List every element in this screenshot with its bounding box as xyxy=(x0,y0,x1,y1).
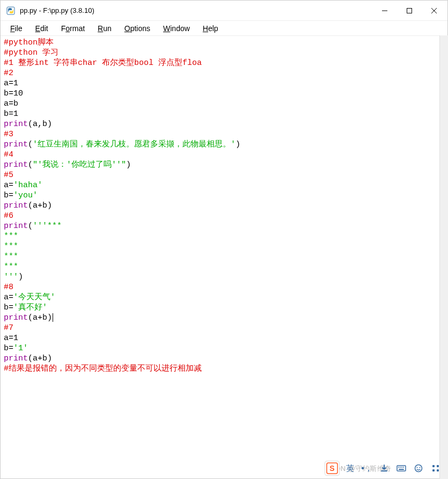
svg-rect-19 xyxy=(437,469,439,471)
string: *** xyxy=(4,232,18,241)
code-text: (a,b) xyxy=(28,120,52,129)
string: '今天天气' xyxy=(13,293,55,302)
svg-rect-18 xyxy=(432,469,435,471)
comment: #5 xyxy=(4,171,13,180)
comment: #3 xyxy=(4,130,13,139)
code-text: a= xyxy=(4,293,13,302)
ime-smiley-icon[interactable] xyxy=(412,461,425,475)
code-text: (a+b) xyxy=(28,354,52,363)
ime-punct-icon[interactable]: •， xyxy=(360,461,374,475)
code-text: (a+b) xyxy=(28,313,52,322)
paren: ) xyxy=(126,160,131,170)
window-controls xyxy=(372,2,446,19)
menu-format[interactable]: Format xyxy=(56,23,90,34)
string: ''' xyxy=(4,272,18,282)
paren: ( xyxy=(28,222,33,231)
ime-download-icon[interactable] xyxy=(377,461,391,475)
code-line: a=1 xyxy=(4,79,18,88)
ime-tools-icon[interactable] xyxy=(429,461,443,475)
string: '真不好' xyxy=(13,303,47,312)
string: '红豆生南国，春来发几枝。愿君多采撷，此物最相思。' xyxy=(33,140,236,149)
builtin: print xyxy=(4,160,28,170)
code-text: (a+b) xyxy=(28,201,52,210)
comment: #结果是报错的，因为不同类型的变量不可以进行相加减 xyxy=(4,364,202,373)
code-text: a= xyxy=(4,181,13,190)
svg-rect-16 xyxy=(432,465,435,467)
code-line: a=b xyxy=(4,99,18,108)
comment: #4 xyxy=(4,150,13,159)
code-line: b=1 xyxy=(4,109,18,119)
string: *** xyxy=(4,252,18,261)
code-text: b= xyxy=(4,191,13,200)
code-text: b= xyxy=(4,303,13,312)
close-button[interactable] xyxy=(422,2,446,19)
text-cursor xyxy=(53,313,53,322)
menubar: File Edit Format Run Options Window Help xyxy=(1,21,447,36)
maximize-button[interactable] xyxy=(397,2,422,19)
comment: #6 xyxy=(4,211,13,220)
sogou-ime-icon[interactable]: S xyxy=(325,461,340,476)
code-text: b= xyxy=(4,344,13,353)
comment: #8 xyxy=(4,283,13,292)
svg-point-13 xyxy=(415,465,422,472)
code-line: a=1 xyxy=(4,334,18,343)
string: 'you' xyxy=(13,191,38,200)
paren: ( xyxy=(28,140,33,149)
svg-text:S: S xyxy=(329,464,334,473)
menu-options[interactable]: Options xyxy=(119,23,156,34)
titlebar[interactable]: pp.py - F:\pp.py (3.8.10) xyxy=(1,1,447,21)
svg-rect-7 xyxy=(397,466,406,471)
paren: ) xyxy=(18,272,23,282)
minimize-button[interactable] xyxy=(372,2,397,19)
svg-rect-17 xyxy=(437,465,439,467)
vertical-scrollbar[interactable] xyxy=(439,35,448,479)
menu-file[interactable]: File xyxy=(5,23,28,34)
comment: #python脚本 xyxy=(4,38,54,47)
code-editor[interactable]: #python脚本 #python 学习 #1 整形int 字符串char 布尔… xyxy=(1,36,447,478)
paren: ( xyxy=(28,160,33,170)
code-line: b=10 xyxy=(4,89,23,98)
builtin: print xyxy=(4,140,28,149)
builtin: print xyxy=(4,354,28,363)
svg-point-14 xyxy=(417,467,418,468)
string: '1' xyxy=(13,344,28,353)
menu-run[interactable]: Run xyxy=(92,23,117,34)
paren: ) xyxy=(236,140,240,149)
comment: #python 学习 xyxy=(4,48,58,57)
builtin: print xyxy=(4,120,28,129)
builtin: print xyxy=(4,222,28,231)
string: *** xyxy=(4,242,18,251)
window-title: pp.py - F:\pp.py (3.8.10) xyxy=(20,6,372,14)
comment: #7 xyxy=(4,323,13,333)
string: 'haha' xyxy=(13,181,42,190)
ime-lang-indicator[interactable]: 英 xyxy=(343,461,357,475)
comment: #2 xyxy=(4,69,13,78)
menu-window[interactable]: Window xyxy=(158,23,195,34)
comment: #1 整形int 字符串char 布尔类型bool 浮点型floa xyxy=(4,58,202,68)
builtin: print xyxy=(4,201,28,210)
svg-rect-2 xyxy=(407,8,412,13)
string: "'我说：'你吃过了吗''" xyxy=(33,160,126,170)
string: *** xyxy=(4,262,18,271)
ime-tray: S 英 •， xyxy=(325,461,443,476)
ime-keyboard-icon[interactable] xyxy=(394,461,408,475)
menu-edit[interactable]: Edit xyxy=(30,23,54,34)
idle-window: pp.py - F:\pp.py (3.8.10) File Edit Form… xyxy=(0,0,448,479)
builtin: print xyxy=(4,313,28,322)
string: '''*** xyxy=(33,222,62,231)
svg-point-15 xyxy=(420,467,421,468)
menu-help[interactable]: Help xyxy=(197,23,224,34)
python-idle-icon xyxy=(6,6,16,16)
